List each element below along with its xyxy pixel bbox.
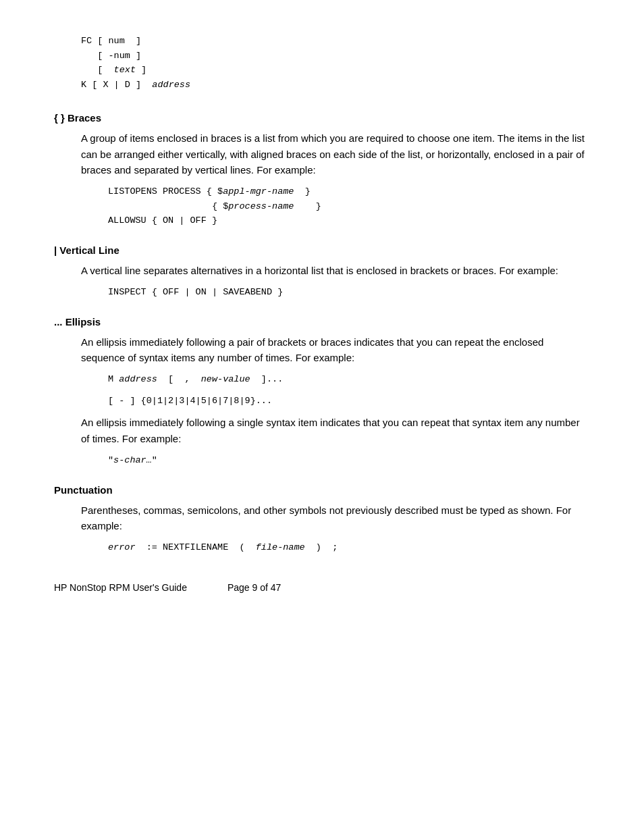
- section-ellipsis-code2: [ - ] {0|1|2|3|4|5|6|7|8|9}...: [108, 394, 590, 409]
- top-code-line4: K [ X | D ] address: [81, 80, 190, 90]
- section-ellipsis: ... Ellipsis An ellipsis immediately fol…: [54, 316, 590, 468]
- top-code-line2: [ -num ]: [81, 51, 141, 61]
- section-braces-code: LISTOPENS PROCESS { $appl-mgr-name } { $…: [108, 184, 590, 228]
- section-vertical-line: | Vertical Line A vertical line separate…: [54, 244, 590, 300]
- section-ellipsis-paragraph1: An ellipsis immediately following a pair…: [81, 334, 590, 366]
- section-punctuation: Punctuation Parentheses, commas, semicol…: [54, 484, 590, 555]
- section-braces: { } Braces A group of items enclosed in …: [54, 112, 590, 228]
- top-code-address-italic: address: [152, 80, 190, 90]
- section-braces-heading: { } Braces: [54, 112, 590, 124]
- section-ellipsis-code1: M address [ , new-value ]...: [108, 372, 590, 387]
- top-code-text-italic: text: [114, 65, 136, 75]
- section-vertical-line-body: A vertical line separates alternatives i…: [81, 263, 590, 300]
- section-ellipsis-body: An ellipsis immediately following a pair…: [81, 334, 590, 468]
- section-braces-paragraph: A group of items enclosed in braces is a…: [81, 130, 590, 178]
- section-vertical-line-paragraph: A vertical line separates alternatives i…: [81, 263, 590, 278]
- top-code-block: FC [ num ] [ -num ] [ text ] K [ X | D ]…: [54, 34, 590, 92]
- section-punctuation-body: Parentheses, commas, semicolons, and oth…: [81, 502, 590, 555]
- section-braces-body: A group of items enclosed in braces is a…: [81, 130, 590, 228]
- top-code-lines: FC [ num ] [ -num ] [ text ] K [ X | D ]…: [81, 34, 590, 92]
- top-code-line3: [ text ]: [81, 65, 146, 75]
- footer-right: Page 9 of 47: [227, 582, 281, 593]
- section-punctuation-heading: Punctuation: [54, 484, 590, 496]
- section-punctuation-code: error := NEXTFILENAME ( file-name ) ;: [108, 540, 590, 555]
- section-ellipsis-paragraph2: An ellipsis immediately following a sing…: [81, 415, 590, 446]
- section-ellipsis-final-code: "s-char…": [108, 453, 590, 468]
- section-punctuation-paragraph: Parentheses, commas, semicolons, and oth…: [81, 502, 590, 534]
- footer: HP NonStop RPM User's Guide Page 9 of 47: [54, 582, 590, 593]
- footer-left: HP NonStop RPM User's Guide: [54, 582, 187, 593]
- section-vertical-line-code: INSPECT { OFF | ON | SAVEABEND }: [108, 285, 590, 300]
- section-vertical-line-heading: | Vertical Line: [54, 244, 590, 256]
- section-ellipsis-heading: ... Ellipsis: [54, 316, 590, 328]
- top-code-line1: FC [ num ]: [81, 36, 141, 46]
